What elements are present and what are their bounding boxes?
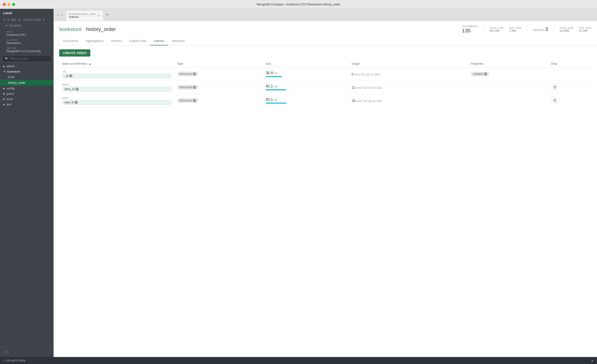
tab-aggregations[interactable]: Aggregations xyxy=(82,37,107,45)
index-properties-cell xyxy=(468,94,549,107)
type-info-icon[interactable]: i xyxy=(193,72,196,76)
index-field-tag: user_id i xyxy=(62,100,172,105)
trash-icon xyxy=(553,99,557,102)
tab-forward-button[interactable]: › xyxy=(61,12,64,18)
minimize-traffic-light[interactable] xyxy=(8,3,10,6)
tab-back-button[interactable]: ‹ xyxy=(57,12,60,18)
index-type-cell: REGULAR i xyxy=(174,68,263,81)
sidebar-item-admin[interactable]: ▶ admin xyxy=(0,63,54,69)
title-bar: MongoDB Compass - localhost:27017/bookst… xyxy=(0,0,597,9)
indexes-table: Name and Definition ▲ Type Size Usage Pr… xyxy=(59,60,591,107)
sidebar-title: Local xyxy=(3,11,12,15)
stat-divider-1 xyxy=(484,25,484,34)
close-traffic-light[interactable] xyxy=(3,3,6,6)
avg-size-stat: AVG. SIZE 2.4KB xyxy=(509,27,522,32)
add-connection-button[interactable]: + xyxy=(3,349,9,355)
total-size-stat: TOTAL SIZE 325.7KB xyxy=(489,27,504,32)
tab-explain-plan[interactable]: Explain Plan xyxy=(126,37,150,45)
size-bar xyxy=(266,76,282,77)
index-section-label: _id_ xyxy=(62,70,172,73)
expand-all-icon[interactable]: ▼ xyxy=(3,18,6,21)
index-properties-cell xyxy=(468,81,549,94)
sidebar-item-book[interactable]: book xyxy=(0,74,54,80)
sidebar-item-config[interactable]: ▶ config xyxy=(0,86,54,91)
index-name-cell: users user_id i xyxy=(59,94,174,107)
tab-close-button[interactable]: ✕ xyxy=(98,14,100,17)
info-icon[interactable]: i xyxy=(75,87,79,91)
svg-rect-5 xyxy=(554,100,556,102)
type-info-icon[interactable]: i xyxy=(193,86,196,89)
tab-documents[interactable]: Documents xyxy=(59,37,82,45)
property-info-icon[interactable]: i xyxy=(484,72,487,76)
create-index-button[interactable]: CREATE INDEX xyxy=(59,49,90,57)
tab-nav-buttons: ‹ › xyxy=(55,9,65,21)
index-size-cell: 36.9 KB xyxy=(263,68,349,81)
type-badge: REGULAR i xyxy=(177,72,198,76)
index-drop-cell xyxy=(548,81,591,94)
sidebar-item-game[interactable]: ▶ game xyxy=(0,91,54,96)
favorite-button[interactable]: ★ FAVORITE xyxy=(3,23,50,28)
index-drop-cell xyxy=(548,68,591,81)
chevron-right-icon: ▶ xyxy=(3,103,5,106)
collection-name-part: history_order xyxy=(86,26,116,32)
sidebar-item-bookstore[interactable]: ▼ bookstore xyxy=(0,69,54,74)
sidebar-item-local[interactable]: ▶ local xyxy=(0,96,54,102)
drop-index-button[interactable] xyxy=(551,98,558,104)
db-title-row: bookstore . history_order DOCUMENTS 135 … xyxy=(59,25,591,34)
stats-bar: DOCUMENTS 135 TOTAL SIZE 325.7KB AVG. SI… xyxy=(462,25,591,34)
tab-bar: ‹ › bookstore.history_order Indexes ✕ + xyxy=(54,9,597,21)
sidebar-item-test[interactable]: ▶ test xyxy=(0,102,54,107)
index-type-cell: REGULAR i xyxy=(174,94,263,107)
drop-index-button[interactable] xyxy=(551,84,558,90)
index-usage-cell: 0 since Tue Jan 12 2021 xyxy=(349,68,468,81)
traffic-lights xyxy=(3,3,15,6)
host-info: HOST localhost:27017 xyxy=(3,30,50,37)
tab-db-name: bookstore.history_order xyxy=(69,13,96,15)
type-info-icon[interactable]: i xyxy=(193,99,196,102)
chevron-right-icon: ▶ xyxy=(3,65,5,68)
refresh-icon[interactable]: ↻ xyxy=(43,18,45,21)
search-input[interactable] xyxy=(10,57,49,60)
sort-icon: ▲ xyxy=(88,62,91,65)
cluster-info: CLUSTER Standalone xyxy=(3,39,50,45)
col-size: Size xyxy=(263,60,349,68)
info-icon[interactable]: i xyxy=(75,101,78,104)
info-icon[interactable]: i xyxy=(69,74,72,77)
col-name-definition[interactable]: Name and Definition ▲ xyxy=(59,60,174,68)
more-options-icon[interactable]: ··· xyxy=(47,81,50,85)
collection-title: bookstore . history_order xyxy=(59,26,116,32)
index-properties-cell: UNIQUEi xyxy=(468,68,549,81)
index-name-cell: _id_ _id i xyxy=(59,68,174,81)
maximize-traffic-light[interactable] xyxy=(12,3,15,6)
active-tab[interactable]: bookstore.history_order Indexes ✕ xyxy=(66,10,104,21)
tab-schema[interactable]: Schema xyxy=(107,37,126,45)
index-name-cell: stores store_id i xyxy=(59,81,174,94)
index-usage-cell: 12 since Tue Jan 12 2021 xyxy=(349,81,468,94)
mongosh-bar[interactable]: >_MongoSH Beta ▲ xyxy=(0,357,597,364)
table-row: _id_ _id i REGULAR i 36.9 KB xyxy=(59,68,591,81)
tab-validation[interactable]: Validation xyxy=(168,37,189,45)
sidebar-header: Local xyxy=(0,9,54,17)
tab-indexes[interactable]: Indexes xyxy=(150,37,168,45)
filter-input-wrapper[interactable]: 🔍 xyxy=(2,56,51,62)
sidebar-db-count: ▼ 6 DBS 11 COLLECTIONS ↻ xyxy=(0,17,54,22)
sidebar-item-history-order[interactable]: history_order ··· xyxy=(0,80,54,86)
edition-info: EDITION MongoDB 4.4.0 Community xyxy=(3,46,50,53)
star-icon: ★ xyxy=(5,24,8,27)
size-bar xyxy=(266,103,286,104)
index-field-tag: _id i xyxy=(62,74,172,78)
index-section-label: users xyxy=(62,96,172,99)
stat-divider-3 xyxy=(553,25,554,34)
chevron-down-icon: ▼ xyxy=(3,70,6,73)
mongosh-expand-icon[interactable]: ▲ xyxy=(591,359,594,362)
new-tab-button[interactable]: + xyxy=(104,9,110,21)
table-row: users user_id i REGULAR i 45.1 KB xyxy=(59,94,591,107)
index-size-cell: 45.1 KB xyxy=(263,81,349,94)
db-name-part: bookstore xyxy=(59,26,82,32)
stat-divider-2 xyxy=(527,25,527,34)
search-icon: 🔍 xyxy=(5,57,8,60)
index-total-size-stat: TOTAL SIZE 124.0KB xyxy=(559,27,573,32)
index-drop-cell xyxy=(548,94,591,107)
window-title: MongoDB Compass - localhost:27017/bookst… xyxy=(257,3,340,6)
property-badge: UNIQUEi xyxy=(471,72,490,76)
